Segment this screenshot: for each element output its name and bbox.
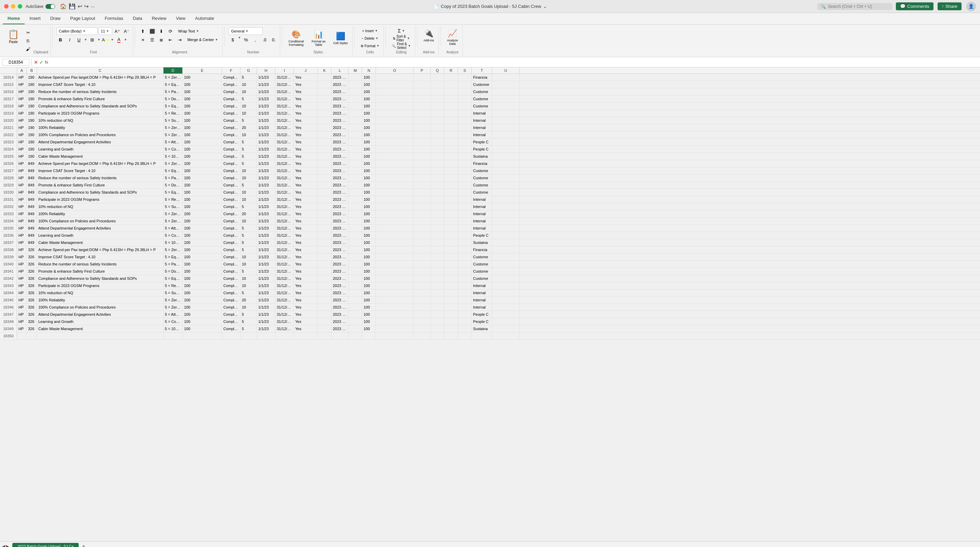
cell-e[interactable]: 100 (183, 103, 222, 110)
cell-b[interactable]: 849 (27, 239, 37, 246)
cell-q[interactable] (431, 153, 444, 160)
cell-o[interactable] (376, 261, 414, 267)
cell-num[interactable]: 18314 (0, 74, 17, 81)
cell-h[interactable]: 1/1/23 (257, 167, 275, 174)
cell-a[interactable]: HP (17, 189, 27, 196)
decrease-font-button[interactable]: A⁻ (123, 27, 130, 35)
cell-l[interactable]: 2023 Goal Plan CEB (331, 239, 348, 246)
cell-c[interactable]: Improve CSAT Score Target : 4.10 (37, 81, 164, 88)
font-size-dropdown[interactable]: 11 ▼ (99, 27, 112, 35)
cell-g[interactable]: 10 (240, 253, 257, 260)
cell-t[interactable]: Custome (472, 88, 492, 95)
cell-m[interactable] (348, 88, 362, 95)
table-row[interactable]: 18338HP326Achieve Spend per Pax target:D… (0, 246, 980, 253)
cell-l[interactable]: 2023 Goal Plan CEB (331, 81, 348, 88)
underline-dropdown[interactable]: ▼ (84, 38, 87, 41)
cell-g[interactable]: 10 (240, 275, 257, 282)
cell-c[interactable]: Cabin Waste Management (37, 239, 164, 246)
cell-d[interactable]: 5 = Comple (164, 146, 183, 153)
cell-l[interactable] (331, 332, 348, 339)
insert-function-icon[interactable]: fx (45, 59, 48, 65)
cell-d[interactable]: 5 = Equal o (164, 81, 183, 88)
cell-n[interactable]: 100 (362, 246, 376, 253)
cell-i[interactable]: 31/12/2023 (275, 117, 294, 124)
cell-o[interactable] (376, 268, 414, 275)
cell-p[interactable] (414, 325, 431, 332)
cell-k[interactable] (318, 203, 331, 210)
cell-i[interactable]: 31/12/2023 (275, 196, 294, 203)
cell-num[interactable]: 18328 (0, 175, 17, 181)
cell-c[interactable]: Achieve Spend per Pax target:DOM = Php 6… (37, 160, 164, 167)
cell-e[interactable]: 100 (183, 175, 222, 181)
cell-a[interactable]: HP (17, 182, 27, 189)
cell-f[interactable]: Completed (222, 182, 240, 189)
cell-num[interactable]: 18332 (0, 203, 17, 210)
cell-c[interactable]: 100% Reliability (37, 297, 164, 304)
col-header-u[interactable]: U (492, 67, 520, 73)
cell-h[interactable]: 1/1/23 (257, 318, 275, 325)
share-button[interactable]: ↑ Share (938, 2, 961, 10)
cell-l[interactable]: 2023 Goal Plan CEB (331, 153, 348, 160)
cell-e[interactable]: 100 (183, 318, 222, 325)
cell-d[interactable]: 5 = Respon (164, 110, 183, 117)
cell-l[interactable]: 2023 Goal Plan CEB (331, 232, 348, 239)
cell-m[interactable] (348, 138, 362, 145)
cell-c[interactable]: Learning and Growth (37, 232, 164, 239)
cell-h[interactable]: 1/1/23 (257, 275, 275, 282)
cell-c[interactable]: Compliance and Adherence to Safety Stand… (37, 275, 164, 282)
cell-m[interactable] (348, 239, 362, 246)
cell-s[interactable] (458, 275, 472, 282)
search-bar[interactable]: 🔍 Search (Cmd + Ctrl + U) (817, 3, 892, 10)
cell-e[interactable]: 100 (183, 131, 222, 138)
cell-o[interactable] (376, 95, 414, 102)
cell-b[interactable]: 326 (27, 297, 37, 304)
cell-n[interactable]: 100 (362, 138, 376, 145)
cell-h[interactable]: 1/1/23 (257, 232, 275, 239)
cell-a[interactable]: HP (17, 246, 27, 253)
cell-i[interactable]: 31/12/2023 (275, 318, 294, 325)
col-header-c[interactable]: C (37, 67, 164, 73)
cell-j[interactable]: Yes (294, 225, 318, 232)
cell-u[interactable] (492, 297, 520, 304)
cell-n[interactable]: 100 (362, 74, 376, 81)
table-row[interactable]: 18318HP190Compliance and Adherence to Sa… (0, 103, 980, 110)
window-controls[interactable] (4, 4, 22, 8)
table-row[interactable]: 18332HP84910% reduction of NQ5 = Submiss… (0, 203, 980, 210)
cell-k[interactable] (318, 81, 331, 88)
format-painter-button[interactable]: 🖌 (24, 45, 32, 52)
cell-b[interactable]: 326 (27, 268, 37, 275)
cell-num[interactable]: 18339 (0, 253, 17, 260)
cell-j[interactable]: Yes (294, 232, 318, 239)
table-row[interactable]: 18341HP326Promote & enhance Safety First… (0, 268, 980, 275)
cell-num[interactable]: 18330 (0, 189, 17, 196)
save-icon[interactable]: 💾 (69, 3, 76, 10)
confirm-formula-icon[interactable]: ✓ (39, 59, 43, 65)
cell-j[interactable]: Yes (294, 304, 318, 311)
cell-f[interactable]: Completed (222, 196, 240, 203)
cell-f[interactable]: Completed (222, 311, 240, 318)
cell-k[interactable] (318, 325, 331, 332)
cell-f[interactable]: Completed (222, 318, 240, 325)
cell-h[interactable]: 1/1/23 (257, 117, 275, 124)
cell-g[interactable]: 5 (240, 268, 257, 275)
cell-o[interactable] (376, 311, 414, 318)
cell-t[interactable]: Custome (472, 189, 492, 196)
col-header-a[interactable]: A (17, 67, 27, 73)
cell-e[interactable]: 100 (183, 189, 222, 196)
cell-a[interactable]: HP (17, 160, 27, 167)
cell-s[interactable] (458, 325, 472, 332)
cell-c[interactable]: Participate in 2023 OGSM Programs (37, 196, 164, 203)
cell-n[interactable]: 100 (362, 153, 376, 160)
cell-i[interactable]: 31/12/2023 (275, 246, 294, 253)
cell-num[interactable]: 18319 (0, 110, 17, 117)
cell-c[interactable]: 10% reduction of NQ (37, 117, 164, 124)
cell-q[interactable] (431, 203, 444, 210)
cell-h[interactable]: 1/1/23 (257, 74, 275, 81)
cell-u[interactable] (492, 275, 520, 282)
cell-r[interactable] (444, 88, 458, 95)
cell-q[interactable] (431, 95, 444, 102)
cell-j[interactable]: Yes (294, 203, 318, 210)
cell-t[interactable]: Custome (472, 275, 492, 282)
cell-k[interactable] (318, 95, 331, 102)
cell-s[interactable] (458, 182, 472, 189)
